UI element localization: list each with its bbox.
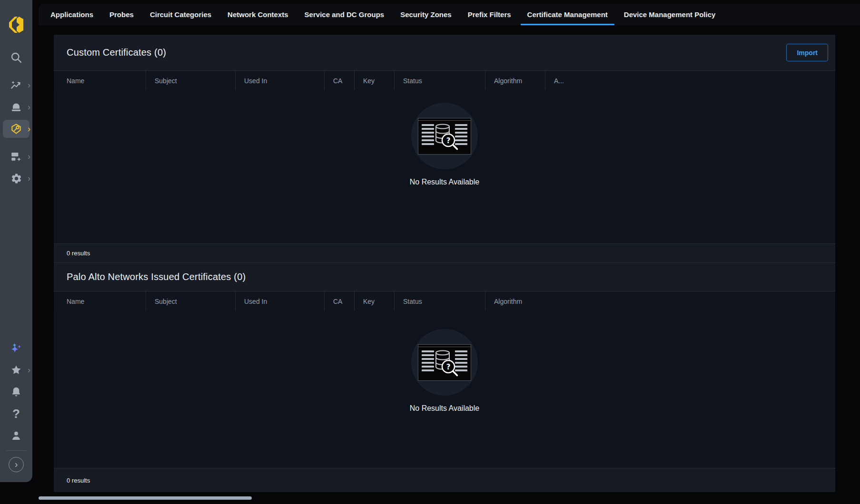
import-button[interactable]: Import bbox=[786, 44, 828, 61]
custom-certificates-header: Custom Certificates (0) Import bbox=[54, 35, 835, 70]
issued-certificates-column-headers: Name Subject Used In CA Key Status Algor… bbox=[54, 291, 835, 311]
custom-certificates-column-headers: Name Subject Used In CA Key Status Algor… bbox=[54, 70, 835, 90]
column-header-algorithm[interactable]: Algorithm bbox=[485, 71, 545, 90]
palo-alto-logo-icon bbox=[6, 14, 27, 35]
empty-message: No Results Available bbox=[410, 178, 479, 186]
sidebar-divider bbox=[6, 450, 26, 451]
bell-icon bbox=[10, 386, 22, 398]
tab-network-contexts[interactable]: Network Contexts bbox=[219, 4, 297, 25]
star-icon bbox=[10, 364, 22, 376]
sidebar-item-favorites[interactable] bbox=[0, 359, 32, 381]
chevron-right-icon bbox=[28, 174, 30, 183]
search-icon bbox=[10, 51, 23, 64]
column-header-actions-truncated[interactable]: A... bbox=[545, 71, 835, 90]
sidebar-item-help[interactable]: ? bbox=[0, 403, 32, 425]
svg-text:?: ? bbox=[446, 363, 451, 371]
empty-state: ? No Results Available bbox=[410, 329, 479, 468]
chevron-right-icon bbox=[28, 152, 30, 161]
sidebar-item-search[interactable] bbox=[0, 47, 32, 68]
section-title-custom-certificates: Custom Certificates (0) bbox=[67, 47, 166, 58]
chevron-right-circle-icon: › bbox=[9, 457, 24, 472]
column-header-subject[interactable]: Subject bbox=[146, 71, 235, 90]
column-header-name[interactable]: Name bbox=[54, 291, 146, 311]
sidebar-expand-button[interactable]: › bbox=[0, 454, 32, 475]
tab-device-management-policy[interactable]: Device Management Policy bbox=[616, 4, 724, 25]
sidebar-item-account[interactable] bbox=[0, 425, 32, 446]
no-results-icon: ? bbox=[418, 118, 471, 155]
issued-certificates-results-count: 0 results bbox=[54, 468, 835, 492]
custom-certificates-results-count: 0 results bbox=[54, 243, 835, 262]
results-count-label: 0 results bbox=[67, 250, 90, 257]
chevron-right-icon bbox=[28, 366, 30, 374]
sidebar-item-settings[interactable] bbox=[0, 167, 32, 189]
gear-icon bbox=[10, 173, 22, 184]
sidebar-item-notifications[interactable] bbox=[0, 381, 32, 403]
certificate-management-panel: Custom Certificates (0) Import Name Subj… bbox=[54, 35, 835, 492]
tab-certificate-management[interactable]: Certificate Management bbox=[519, 4, 616, 25]
column-header-ca[interactable]: CA bbox=[324, 71, 354, 90]
no-results-icon: ? bbox=[418, 344, 471, 381]
trend-sparkle-icon bbox=[10, 79, 22, 91]
column-header-used-in[interactable]: Used In bbox=[235, 71, 324, 90]
column-header-subject[interactable]: Subject bbox=[146, 291, 235, 311]
column-header-status[interactable]: Status bbox=[394, 291, 485, 311]
horizontal-scrollbar-thumb[interactable] bbox=[39, 496, 252, 500]
chevron-right-icon bbox=[28, 81, 30, 89]
column-header-status[interactable]: Status bbox=[394, 71, 485, 90]
tab-probes[interactable]: Probes bbox=[101, 4, 142, 25]
tab-service-and-dc-groups[interactable]: Service and DC Groups bbox=[297, 4, 393, 25]
siren-icon bbox=[10, 101, 22, 113]
tab-applications[interactable]: Applications bbox=[42, 4, 101, 25]
sparkles-icon bbox=[10, 342, 23, 355]
sidebar-item-dashboards[interactable] bbox=[0, 145, 32, 167]
sidebar-item-manage-active[interactable] bbox=[0, 118, 32, 140]
question-mark-icon: ? bbox=[12, 407, 20, 420]
user-icon bbox=[10, 429, 22, 442]
tab-prefix-filters[interactable]: Prefix Filters bbox=[460, 4, 519, 25]
wrench-badge-icon bbox=[10, 123, 22, 135]
palo-alto-logo[interactable] bbox=[6, 14, 27, 35]
no-results-illustration: ? bbox=[411, 103, 478, 169]
svg-text:?: ? bbox=[446, 136, 451, 145]
column-header-used-in[interactable]: Used In bbox=[235, 291, 324, 311]
sidebar-item-alerts[interactable] bbox=[0, 96, 32, 118]
custom-certificates-table-body: ? No Results Available bbox=[54, 90, 835, 243]
results-count-label: 0 results bbox=[67, 477, 90, 484]
column-header-key[interactable]: Key bbox=[354, 71, 394, 90]
tab-circuit-categories[interactable]: Circuit Categories bbox=[142, 4, 219, 25]
column-header-name[interactable]: Name bbox=[54, 71, 146, 90]
section-title-issued-certificates: Palo Alto Networks Issued Certificates (… bbox=[67, 271, 246, 282]
tab-bar: Applications Probes Circuit Categories N… bbox=[39, 4, 860, 25]
empty-state: ? No Results Available bbox=[410, 103, 479, 243]
column-header-key[interactable]: Key bbox=[354, 291, 394, 311]
sidebar-item-insights[interactable] bbox=[0, 74, 32, 96]
issued-certificates-table-body: ? No Results Available bbox=[54, 311, 835, 468]
issued-certificates-header: Palo Alto Networks Issued Certificates (… bbox=[54, 262, 835, 291]
chevron-right-icon bbox=[28, 125, 30, 133]
empty-message: No Results Available bbox=[410, 404, 479, 413]
sidebar: ? › bbox=[0, 0, 32, 482]
chevron-right-icon bbox=[28, 103, 30, 111]
column-header-algorithm[interactable]: Algorithm bbox=[485, 291, 835, 311]
sidebar-item-ai-copilot[interactable] bbox=[0, 337, 32, 359]
dashboard-sparkle-icon bbox=[10, 150, 22, 163]
column-header-ca[interactable]: CA bbox=[324, 291, 354, 311]
no-results-illustration: ? bbox=[411, 329, 478, 396]
tab-security-zones[interactable]: Security Zones bbox=[392, 4, 460, 25]
